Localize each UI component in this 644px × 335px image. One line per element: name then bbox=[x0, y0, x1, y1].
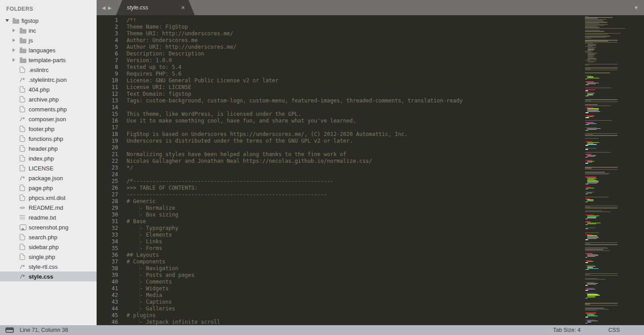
code-line[interactable]: Use it to make something cool, have fun,… bbox=[127, 118, 581, 124]
tree-item-functions-php[interactable]: functions.php bbox=[0, 134, 97, 144]
code-line[interactable]: Theme URI: http://underscores.me/ bbox=[127, 30, 581, 37]
tree-item-js[interactable]: js bbox=[0, 35, 97, 45]
tree-item-readme-txt[interactable]: readme.txt bbox=[0, 212, 97, 222]
tab-scroll-right-icon[interactable]: ▶ bbox=[108, 5, 112, 10]
tree-item-package-json[interactable]: /*package.json bbox=[0, 173, 97, 183]
code-line[interactable]: /*! bbox=[127, 17, 581, 24]
line-number[interactable]: 10 bbox=[97, 77, 118, 84]
line-number[interactable]: 25 bbox=[97, 178, 118, 185]
code-line[interactable]: Text Domain: figstop bbox=[127, 91, 581, 98]
line-number[interactable]: 12 bbox=[97, 91, 118, 98]
tree-item-languages[interactable]: languages bbox=[0, 45, 97, 55]
code-line[interactable]: License: GNU General Public License v2 o… bbox=[127, 77, 581, 84]
tree-item-header-php[interactable]: header.php bbox=[0, 144, 97, 153]
code-line[interactable]: Tags: custom-background, custom-logo, cu… bbox=[127, 98, 581, 104]
code-line[interactable]: - Elements bbox=[127, 232, 581, 238]
tree-item--eslintrc[interactable]: .eslintrc bbox=[0, 65, 97, 75]
code-line[interactable]: - Box sizing bbox=[127, 212, 581, 218]
tree-item-template-parts[interactable]: template-parts bbox=[0, 55, 97, 65]
line-number[interactable]: 45 bbox=[97, 312, 118, 319]
code-line[interactable]: # plugins bbox=[127, 312, 581, 319]
code-line[interactable]: /*--------------------------------------… bbox=[127, 178, 581, 185]
line-number[interactable]: 34 bbox=[97, 238, 118, 245]
code-line[interactable]: - Captions bbox=[127, 299, 581, 305]
disclosure-open-icon[interactable] bbox=[5, 19, 13, 22]
tree-item-screenshot-png[interactable]: screenshot.png bbox=[0, 222, 97, 232]
tree-item-single-php[interactable]: single.php bbox=[0, 252, 97, 262]
code-line[interactable]: - Navigation bbox=[127, 265, 581, 272]
tab-size-indicator[interactable]: Tab Size: 4 bbox=[553, 327, 580, 333]
line-number[interactable]: 8 bbox=[97, 64, 118, 71]
line-number[interactable]: 43 bbox=[97, 299, 118, 305]
tree-item-404-php[interactable]: 404.php bbox=[0, 85, 97, 94]
code-editor[interactable]: 1234567891011121314151617181920212223242… bbox=[97, 15, 581, 325]
code-line[interactable]: This theme, like WordPress, is licensed … bbox=[127, 111, 581, 118]
tree-item-figstop[interactable]: figstop bbox=[0, 16, 97, 25]
tab-overflow-icon[interactable]: ▼ bbox=[628, 0, 644, 15]
line-number[interactable]: 9 bbox=[97, 71, 118, 77]
tab-scroll-left-icon[interactable]: ◀ bbox=[102, 5, 106, 10]
code-line[interactable]: Author URI: http://underscores.me/ bbox=[127, 44, 581, 51]
code-line[interactable] bbox=[127, 171, 581, 178]
code-line[interactable]: Underscores is distributed under the ter… bbox=[127, 138, 581, 144]
code-line[interactable]: Version: 1.0.0 bbox=[127, 57, 581, 64]
line-number[interactable]: 17 bbox=[97, 124, 118, 131]
line-number[interactable]: 37 bbox=[97, 259, 118, 265]
code-line[interactable]: Tested up to: 5.4 bbox=[127, 64, 581, 71]
tree-item-style-css[interactable]: /*style.css bbox=[0, 271, 97, 281]
line-number[interactable]: 27 bbox=[97, 191, 118, 198]
line-number[interactable]: 46 bbox=[97, 319, 118, 325]
line-number[interactable]: 24 bbox=[97, 171, 118, 178]
line-number[interactable]: 30 bbox=[97, 212, 118, 218]
syntax-indicator[interactable]: CSS bbox=[608, 327, 620, 333]
tree-item-archive-php[interactable]: archive.php bbox=[0, 94, 97, 104]
line-number[interactable]: 41 bbox=[97, 285, 118, 292]
tree-item-license[interactable]: LICENSE bbox=[0, 163, 97, 173]
tree-item-comments-php[interactable]: comments.php bbox=[0, 104, 97, 114]
line-number[interactable]: 21 bbox=[97, 151, 118, 158]
code-line[interactable]: - Comments bbox=[127, 279, 581, 285]
tab-style-css[interactable]: style.css × bbox=[116, 0, 195, 15]
code-line[interactable]: - Media bbox=[127, 292, 581, 299]
line-number[interactable]: 29 bbox=[97, 205, 118, 212]
line-number[interactable]: 31 bbox=[97, 218, 118, 225]
tree-item-footer-php[interactable]: footer.php bbox=[0, 124, 97, 134]
code-line[interactable]: ----------------------------------------… bbox=[127, 191, 581, 198]
line-number[interactable]: 5 bbox=[97, 44, 118, 51]
line-number[interactable]: 42 bbox=[97, 292, 118, 299]
code-line[interactable]: Author: Underscores.me bbox=[127, 37, 581, 44]
tab-close-icon[interactable]: × bbox=[181, 4, 185, 11]
tree-item-composer-json[interactable]: /*composer.json bbox=[0, 114, 97, 124]
tree-item-index-php[interactable]: index.php bbox=[0, 153, 97, 163]
tree-item-readme-md[interactable]: <>README.md bbox=[0, 203, 97, 212]
code-line[interactable]: - Typography bbox=[127, 225, 581, 232]
tree-item-style-rtl-css[interactable]: /*style-rtl.css bbox=[0, 262, 97, 271]
code-line[interactable]: - Posts and pages bbox=[127, 272, 581, 279]
disclosure-closed-icon[interactable] bbox=[13, 58, 20, 62]
line-number[interactable]: 40 bbox=[97, 279, 118, 285]
code-line[interactable]: - Widgets bbox=[127, 285, 581, 292]
line-number[interactable]: 4 bbox=[97, 37, 118, 44]
line-number[interactable]: 39 bbox=[97, 272, 118, 279]
code-line[interactable]: Normalizing styles have been helped alon… bbox=[127, 151, 581, 158]
line-number[interactable]: 23 bbox=[97, 165, 118, 171]
code-line[interactable]: License URI: LICENSE bbox=[127, 84, 581, 91]
line-number[interactable]: 16 bbox=[97, 118, 118, 124]
line-number[interactable]: 32 bbox=[97, 225, 118, 232]
code-line[interactable]: Description: Description bbox=[127, 51, 581, 57]
code-line[interactable]: # Generic bbox=[127, 198, 581, 205]
line-number[interactable]: 11 bbox=[97, 84, 118, 91]
code-line[interactable]: FigStop is based on Underscores https://… bbox=[127, 131, 581, 138]
code-line[interactable]: - Links bbox=[127, 238, 581, 245]
code-line[interactable]: - Galleries bbox=[127, 305, 581, 312]
code-line[interactable]: # Base bbox=[127, 218, 581, 225]
code-line[interactable]: */ bbox=[127, 165, 581, 171]
line-number[interactable]: 18 bbox=[97, 131, 118, 138]
line-number[interactable]: 13 bbox=[97, 98, 118, 104]
code-line[interactable]: ## Layouts bbox=[127, 252, 581, 259]
code-line[interactable]: Requires PHP: 5.6 bbox=[127, 71, 581, 77]
disclosure-closed-icon[interactable] bbox=[13, 48, 20, 52]
tree-item-search-php[interactable]: search.php bbox=[0, 232, 97, 242]
disclosure-closed-icon[interactable] bbox=[13, 29, 20, 32]
code-line[interactable]: - Normalize bbox=[127, 205, 581, 212]
